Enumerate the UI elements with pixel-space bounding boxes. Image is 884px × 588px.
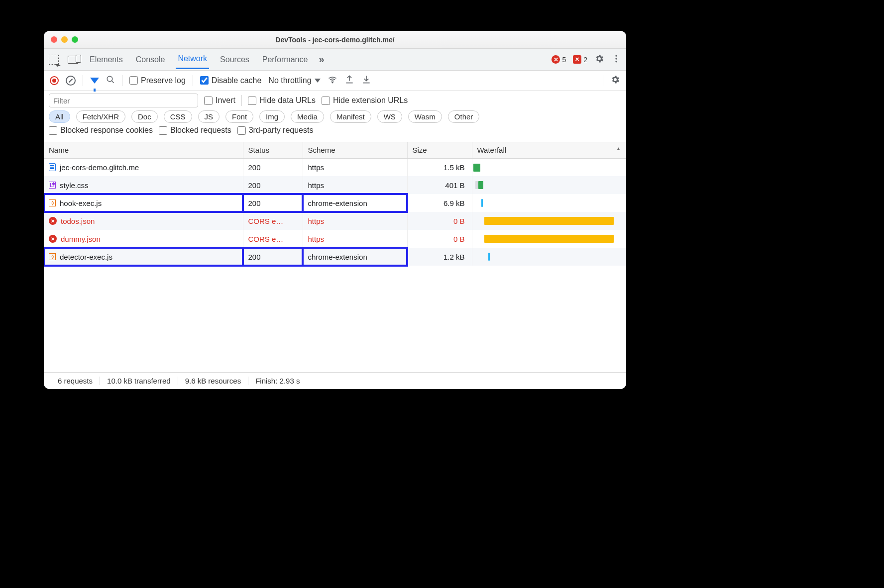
preserve-log-input[interactable] bbox=[129, 76, 138, 85]
filter-input[interactable] bbox=[49, 94, 198, 107]
type-filter-doc[interactable]: Doc bbox=[131, 110, 158, 123]
requests-table[interactable]: Name Status Scheme Size Waterfall jec-co… bbox=[44, 142, 626, 372]
type-filter-ws[interactable]: WS bbox=[377, 110, 402, 123]
request-scheme: https bbox=[303, 176, 407, 194]
request-name: style.css bbox=[60, 181, 89, 190]
hide-extension-urls-checkbox[interactable]: Hide extension URLs bbox=[322, 96, 408, 105]
panel-tabs: ElementsConsoleNetworkSourcesPerformance… bbox=[44, 49, 626, 71]
type-filter-fetchxhr[interactable]: Fetch/XHR bbox=[76, 110, 125, 123]
inspect-element-icon[interactable] bbox=[49, 55, 59, 65]
export-har-icon[interactable] bbox=[344, 75, 354, 87]
js-file-icon bbox=[49, 199, 56, 206]
type-filter-other[interactable]: Other bbox=[448, 110, 480, 123]
tab-console[interactable]: Console bbox=[134, 51, 167, 69]
err-file-icon bbox=[49, 235, 57, 243]
preserve-log-label: Preserve log bbox=[141, 76, 186, 85]
col-scheme[interactable]: Scheme bbox=[303, 142, 407, 158]
request-size: 0 B bbox=[407, 212, 472, 230]
request-scheme: https bbox=[303, 212, 407, 230]
separator bbox=[603, 75, 603, 86]
request-row[interactable]: todos.jsonCORS e…https0 B bbox=[44, 212, 626, 230]
import-har-icon[interactable] bbox=[361, 75, 371, 87]
request-name: jec-cors-demo.glitch.me bbox=[60, 163, 139, 172]
separator bbox=[83, 75, 83, 86]
type-filter-css[interactable]: CSS bbox=[164, 110, 192, 123]
filters-bar: Invert Hide data URLs Hide extension URL… bbox=[44, 91, 626, 142]
device-toolbar-icon[interactable] bbox=[68, 56, 79, 64]
minimize-window-button[interactable] bbox=[61, 36, 68, 43]
hide-data-urls-checkbox[interactable]: Hide data URLs bbox=[248, 96, 316, 105]
status-resources: 9.6 kB resources bbox=[178, 377, 248, 385]
type-filter-img[interactable]: Img bbox=[259, 110, 285, 123]
traffic-lights bbox=[51, 36, 78, 43]
request-waterfall bbox=[472, 158, 626, 176]
kebab-menu-icon[interactable] bbox=[611, 54, 621, 66]
request-row[interactable]: dummy.jsonCORS e…https0 B bbox=[44, 230, 626, 248]
svg-point-3 bbox=[107, 76, 112, 82]
request-row[interactable]: detector-exec.js200chrome-extension1.2 k… bbox=[44, 248, 626, 266]
separator bbox=[193, 75, 193, 86]
separator bbox=[122, 75, 122, 86]
tab-elements[interactable]: Elements bbox=[88, 51, 125, 69]
request-size: 1.2 kB bbox=[407, 248, 472, 266]
type-filter-manifest[interactable]: Manifest bbox=[330, 110, 371, 123]
col-status[interactable]: Status bbox=[243, 142, 303, 158]
request-name: todos.json bbox=[61, 217, 95, 225]
blocked-requests-checkbox[interactable]: Blocked requests bbox=[159, 126, 231, 135]
issues-badge[interactable]: ✕ 2 bbox=[573, 55, 587, 64]
request-row[interactable]: hook-exec.js200chrome-extension6.9 kB bbox=[44, 194, 626, 212]
request-size: 0 B bbox=[407, 230, 472, 248]
zoom-window-button[interactable] bbox=[72, 36, 78, 43]
type-filter-js[interactable]: JS bbox=[198, 110, 220, 123]
network-conditions-icon[interactable] bbox=[328, 75, 337, 87]
tab-performance[interactable]: Performance bbox=[260, 51, 310, 69]
request-row[interactable]: style.css200https401 B bbox=[44, 176, 626, 194]
tab-network[interactable]: Network bbox=[176, 50, 209, 69]
status-bar: 6 requests 10.0 kB transferred 9.6 kB re… bbox=[44, 372, 626, 389]
window-title: DevTools - jec-cors-demo.glitch.me/ bbox=[44, 36, 626, 44]
close-window-button[interactable] bbox=[51, 36, 57, 43]
svg-point-0 bbox=[615, 55, 617, 56]
disable-cache-input[interactable] bbox=[200, 76, 209, 85]
invert-checkbox[interactable]: Invert bbox=[204, 96, 235, 105]
type-filter-media[interactable]: Media bbox=[291, 110, 324, 123]
third-party-checkbox[interactable]: 3rd-party requests bbox=[237, 126, 314, 135]
request-status: CORS e… bbox=[243, 212, 303, 230]
blocked-cookies-checkbox[interactable]: Blocked response cookies bbox=[49, 126, 153, 135]
type-filter-all[interactable]: All bbox=[49, 110, 70, 123]
network-settings-icon[interactable] bbox=[610, 75, 620, 87]
record-button[interactable] bbox=[50, 76, 59, 85]
request-name: dummy.json bbox=[61, 235, 101, 243]
type-filter-wasm[interactable]: Wasm bbox=[408, 110, 442, 123]
svg-point-1 bbox=[615, 58, 617, 59]
svg-point-2 bbox=[615, 61, 617, 62]
throttling-select[interactable]: No throttling bbox=[268, 76, 320, 85]
svg-point-5 bbox=[332, 82, 333, 83]
clear-button[interactable] bbox=[66, 76, 76, 86]
request-waterfall bbox=[472, 194, 626, 212]
status-requests: 6 requests bbox=[51, 377, 100, 385]
request-waterfall bbox=[472, 230, 626, 248]
request-waterfall bbox=[472, 248, 626, 266]
errors-badge[interactable]: ✕ 5 bbox=[552, 55, 566, 64]
more-tabs-icon[interactable]: » bbox=[319, 54, 324, 65]
search-icon[interactable] bbox=[106, 75, 115, 86]
col-name[interactable]: Name bbox=[44, 142, 243, 158]
filter-icon[interactable] bbox=[90, 78, 99, 84]
settings-icon[interactable] bbox=[594, 54, 604, 66]
disable-cache-checkbox[interactable]: Disable cache bbox=[200, 76, 262, 85]
tab-sources[interactable]: Sources bbox=[218, 51, 251, 69]
disable-cache-label: Disable cache bbox=[212, 76, 262, 85]
request-status: 200 bbox=[243, 248, 303, 266]
status-transferred: 10.0 kB transferred bbox=[100, 377, 178, 385]
col-waterfall[interactable]: Waterfall bbox=[472, 142, 626, 158]
request-status: 200 bbox=[243, 176, 303, 194]
errors-count: 5 bbox=[562, 56, 566, 64]
type-filter-font[interactable]: Font bbox=[225, 110, 253, 123]
throttling-value: No throttling bbox=[268, 76, 311, 85]
preserve-log-checkbox[interactable]: Preserve log bbox=[129, 76, 186, 85]
titlebar: DevTools - jec-cors-demo.glitch.me/ bbox=[44, 31, 626, 49]
request-row[interactable]: jec-cors-demo.glitch.me200https1.5 kB bbox=[44, 158, 626, 176]
svg-line-4 bbox=[111, 81, 114, 83]
col-size[interactable]: Size bbox=[407, 142, 472, 158]
